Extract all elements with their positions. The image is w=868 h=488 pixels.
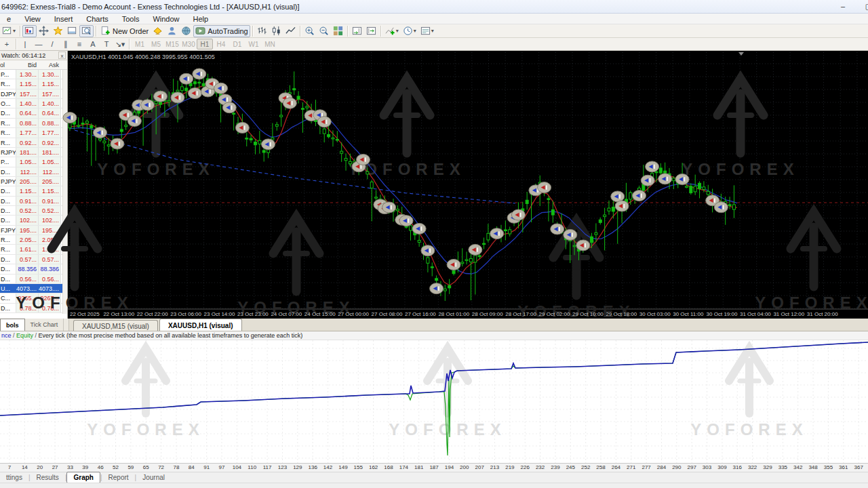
templates-button[interactable]: ▾ [418, 25, 436, 37]
chart-tab[interactable]: XAUUSD,H1 (visual) [159, 319, 242, 331]
menu-item-help[interactable]: Help [186, 15, 216, 23]
strategy-tester-button[interactable] [79, 25, 94, 37]
menu-item-tools[interactable]: Tools [115, 15, 146, 23]
menu-item-window[interactable]: Window [146, 15, 186, 23]
metaeditor-button[interactable] [151, 25, 165, 37]
horizontal-line-icon[interactable]: — [32, 39, 45, 50]
x-tick-label: 33 [67, 464, 73, 470]
tester-tab-ttings[interactable]: ttings [0, 472, 28, 483]
tester-tab-graph[interactable]: Graph [66, 472, 100, 483]
vertical-line-icon[interactable]: | [18, 39, 32, 50]
maximize-button[interactable]: ▢ [861, 1, 868, 12]
cursor-crosshair-icon[interactable]: + [0, 39, 14, 50]
navigator-button[interactable] [51, 25, 65, 37]
x-tick-label: 342 [793, 464, 802, 470]
menu-item-view[interactable]: View [18, 15, 47, 23]
x-tick-label: 264 [612, 464, 620, 470]
auto-scroll-button[interactable] [350, 25, 364, 37]
x-tick-label: 84 [189, 464, 195, 470]
time-axis-label: 29 Oct 18:00 [606, 311, 637, 317]
time-axis-label: 24 Oct 15:00 [304, 311, 336, 317]
x-tick-label: 104 [233, 464, 241, 470]
time-axis-label: 30 Oct 11:00 [673, 311, 704, 317]
x-tick-label: 219 [505, 464, 514, 470]
x-tick-label: 162 [369, 464, 378, 470]
svg-text:YOFOREX: YOFOREX [690, 420, 808, 439]
tester-x-axis: 7142027333946525965727884919710411011712… [0, 463, 868, 472]
menu-item-charts[interactable]: Charts [79, 15, 115, 23]
toolbar-separator [380, 26, 381, 37]
zoom-out-button[interactable] [317, 25, 331, 37]
x-tick-label: 355 [824, 464, 833, 470]
metaeditor-icon [153, 26, 163, 36]
expert-advisors-icon [167, 26, 177, 36]
market-watch-tab-tick-chart[interactable]: Tick Chart [25, 319, 64, 331]
tester-graph-canvas[interactable]: YOFOREXYOFOREXYOFOREX [0, 340, 868, 463]
autotrading-button[interactable]: AutoTrading [193, 25, 250, 37]
x-tick-label: 252 [581, 464, 590, 470]
x-tick-label: 78 [174, 464, 180, 470]
market-watch-button[interactable] [22, 25, 37, 37]
tester-tabs: ttings|Results|Graph|Report|Journal [0, 472, 868, 483]
x-tick-label: 110 [248, 464, 256, 470]
data-window-button[interactable] [37, 25, 51, 37]
trendline-icon[interactable]: / [45, 39, 59, 50]
indicators-button[interactable]: ▾ [383, 25, 401, 37]
timeframe-d1-button[interactable]: D1 [229, 39, 245, 49]
chart-line-button[interactable] [283, 25, 298, 37]
timeframe-m30-button[interactable]: M30 [180, 39, 197, 49]
indicators-icon [385, 26, 395, 36]
autotrading-icon [195, 26, 205, 36]
tester-tab-report[interactable]: Report [102, 472, 135, 483]
chart-shift-button[interactable] [364, 25, 378, 37]
timeframe-m1-button[interactable]: M1 [132, 39, 148, 49]
timeframe-mn-button[interactable]: MN [262, 39, 278, 49]
chevron-down-icon: ▾ [431, 28, 434, 34]
time-axis-label: 31 Oct 04:00 [740, 311, 771, 317]
tester-tab-results[interactable]: Results [31, 472, 65, 483]
x-tick-label: 97 [219, 464, 225, 470]
toolbar-separator [96, 26, 96, 37]
expert-advisors-button[interactable] [165, 25, 179, 37]
terminal-button[interactable] [65, 25, 79, 37]
timeframe-m5-button[interactable]: M5 [148, 39, 164, 49]
svg-text:YOFOREX: YOFOREX [16, 293, 133, 312]
new-order-button[interactable]: New Order [98, 25, 151, 37]
menu-item-insert[interactable]: Insert [47, 15, 80, 23]
time-axis-label: 27 Oct 00:00 [338, 311, 369, 317]
price-chart-canvas[interactable]: YOFOREXYOFOREXYOFOREXYOFOREXYOFOREXYOFOR… [0, 51, 868, 319]
x-tick-label: 149 [338, 464, 347, 470]
minimize-button[interactable]: – [835, 1, 850, 12]
periods-button[interactable]: ▾ [401, 25, 418, 37]
tester-tab-journal[interactable]: Journal [136, 472, 171, 483]
time-axis-label: 23 Oct 23:00 [237, 311, 269, 317]
menu-item-e[interactable]: e [0, 15, 18, 23]
channel-icon[interactable]: ∥ [59, 39, 73, 50]
x-tick-label: 136 [309, 464, 317, 470]
text-label-icon[interactable]: T [100, 39, 113, 50]
tick-method-label: Every tick (the most precise method base… [39, 332, 303, 339]
tab-strip: bolsTick Chart XAUUSD,M15 (visual)XAUUSD… [0, 319, 868, 331]
x-tick-label: 245 [566, 464, 575, 470]
fibonacci-icon[interactable]: ≡ [73, 39, 86, 50]
autotrading-label: AutoTrading [208, 27, 248, 35]
timeframe-m15-button[interactable]: M15 [164, 39, 180, 49]
tester-legend: nce / Equity / Every tick (the most prec… [0, 331, 868, 340]
tile-windows-button[interactable] [331, 25, 345, 37]
x-tick-label: 155 [354, 464, 363, 470]
timeframe-w1-button[interactable]: W1 [245, 39, 262, 49]
market-watch-tab-bols[interactable]: bols [0, 319, 25, 331]
zoom-in-button[interactable] [302, 25, 317, 37]
timeframe-h4-button[interactable]: H4 [213, 39, 229, 49]
time-axis-label: 27 Oct 08:00 [372, 311, 403, 317]
chart-candles-button[interactable] [269, 25, 283, 37]
chart-bars-button[interactable] [255, 25, 269, 37]
x-tick-label: 271 [627, 464, 635, 470]
arrows-icon[interactable]: ↘▾ [113, 39, 127, 50]
community-button[interactable] [179, 25, 193, 37]
new-chart-button[interactable]: ▾ [0, 25, 18, 37]
svg-text:YOFOREX: YOFOREX [87, 420, 204, 439]
chart-tab[interactable]: XAUUSD,M15 (visual) [73, 320, 158, 331]
timeframe-h1-button[interactable]: H1 [197, 39, 213, 49]
text-icon[interactable]: A [86, 39, 100, 50]
